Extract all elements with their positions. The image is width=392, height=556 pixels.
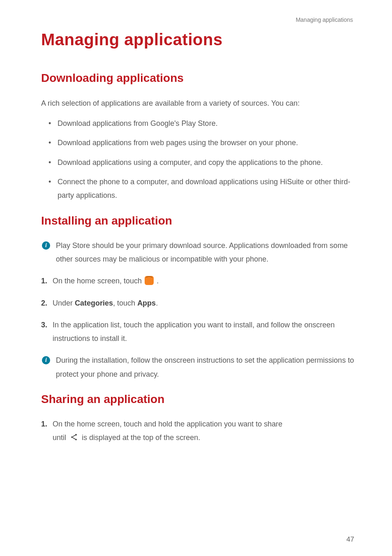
page-title: Managing applications <box>41 30 355 49</box>
step1-prefix: On the home screen, touch <box>53 277 144 285</box>
section-heading-installing: Installing an application <box>41 214 355 227</box>
step2-bold-apps: Apps <box>137 299 156 307</box>
info-note-permissions: i During the installation, follow the on… <box>41 354 355 381</box>
svg-rect-0 <box>145 276 154 285</box>
svg-line-5 <box>73 438 76 439</box>
info-icon: i <box>42 241 50 250</box>
step-item: On the home screen, touch . <box>41 274 355 288</box>
sharing-step1-suffix: is displayed at the top of the screen. <box>82 433 200 442</box>
installing-steps: On the home screen, touch . Under Catego… <box>41 274 355 345</box>
page-number: 47 <box>346 535 354 544</box>
list-item: Connect the phone to a computer, and dow… <box>48 175 355 203</box>
info-note-primary-source: i Play Store should be your primary down… <box>41 239 355 266</box>
info-text: Play Store should be your primary downlo… <box>56 239 355 266</box>
list-item: Download applications using a computer, … <box>48 156 355 169</box>
share-icon <box>70 433 78 441</box>
step2-bold-categories: Categories <box>75 299 113 307</box>
section-heading-downloading: Downloading applications <box>41 72 355 85</box>
svg-point-3 <box>75 439 77 440</box>
downloading-bullet-list: Download applications from Google's Play… <box>48 117 355 202</box>
sharing-step1-prefix: until <box>53 433 68 442</box>
list-item: Download applications from web pages usi… <box>48 136 355 150</box>
info-text: During the installation, follow the onsc… <box>56 354 355 381</box>
sharing-step1-line1: On the home screen, touch and hold the a… <box>53 420 282 428</box>
list-item: Download applications from Google's Play… <box>48 117 355 130</box>
svg-line-4 <box>73 435 76 437</box>
sharing-steps: On the home screen, touch and hold the a… <box>41 417 355 445</box>
svg-point-2 <box>75 434 77 436</box>
running-header: Managing applications <box>41 16 353 23</box>
step1-suffix: . <box>157 277 159 285</box>
section-heading-sharing: Sharing an application <box>41 393 355 406</box>
downloading-intro: A rich selection of applications are ava… <box>41 96 355 110</box>
step-item: Under Categories, touch Apps. <box>41 297 355 310</box>
info-icon: i <box>42 356 50 364</box>
step2-prefix: Under <box>53 299 75 307</box>
step2-suffix: . <box>156 299 158 307</box>
step2-mid: , touch <box>113 299 137 307</box>
app-store-icon <box>145 276 154 285</box>
step-item: On the home screen, touch and hold the a… <box>41 417 355 445</box>
step-item: In the application list, touch the appli… <box>41 318 355 346</box>
